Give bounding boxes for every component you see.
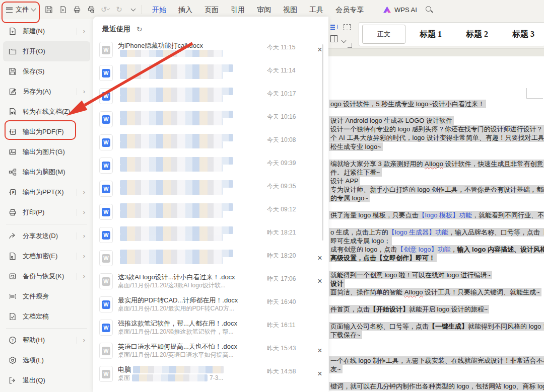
blurred-text [120, 234, 223, 241]
menu-item-help[interactable]: ? 帮助(H) › [3, 330, 90, 350]
style-item[interactable]: 正文 [362, 25, 405, 44]
redo-icon[interactable]: ↻ [115, 6, 123, 14]
word-file-icon: W [99, 320, 113, 336]
recent-file-row[interactable]: W 这3款AI logo设计...计小白看过来！.docx 桌面/11月份/11… [93, 271, 328, 294]
recent-file-row[interactable]: W 今天 10:17 × [93, 86, 328, 109]
menu-item-finalize[interactable]: 文档定稿 [3, 306, 90, 327]
ribbon-bottom-band [328, 48, 544, 57]
help-icon: ? [8, 336, 17, 345]
file-name: 英语口语水平如何提高...天也不怕！.docx [118, 342, 267, 351]
menu-item-print[interactable]: 打印(P) › [3, 202, 90, 222]
menu-item-export-mindmap[interactable]: 输出为脑图(M) [3, 162, 90, 182]
word-file-icon: W [99, 366, 113, 382]
recent-file-row[interactable]: W 今天 10:08 × [93, 132, 328, 155]
file-name [118, 180, 267, 188]
remove-recent-icon[interactable]: × [311, 369, 328, 378]
recent-file-row[interactable]: W 今天 09:35 × [93, 178, 328, 201]
doc-text-line: 设计 APP [329, 177, 360, 185]
print-preview-icon[interactable] [87, 6, 95, 14]
file-path [118, 257, 267, 264]
file-slim-icon [8, 292, 17, 301]
menu-item-export-image[interactable]: 输出为图片(G) [3, 142, 90, 162]
menu-item-new[interactable]: 新建(N) › [3, 21, 90, 41]
recent-file-row[interactable]: W 昨天 18:20 × [93, 248, 328, 271]
recent-file-row[interactable]: W 今天 11:14 × [93, 62, 328, 86]
file-path: 桌面/11月份/11.20/这3款AI logo设计软... [118, 281, 267, 289]
remove-recent-icon[interactable]: × [311, 45, 328, 54]
document-canvas[interactable]: ogo 设计软件，5 秒生成专业 logo~设计小白看过来！设计 Android… [328, 56, 544, 392]
style-item[interactable]: 标题 2 [454, 29, 500, 40]
menu-item-open[interactable]: 打开(O) [3, 41, 90, 61]
file-menu-panel: 新建(N) › 打开(O) 保存(S) 另存为(A) › 转为在线文档(Z) P… [0, 19, 93, 392]
file-path [118, 211, 267, 218]
word-file-icon: W [99, 343, 113, 359]
word-file-icon: W [99, 111, 113, 127]
doc-text-line: 件。赶紧往下看~ [329, 169, 382, 177]
dialog-launcher-icon[interactable] [348, 43, 352, 48]
blurred-text [120, 88, 233, 95]
sort-icon[interactable] [330, 24, 337, 30]
file-name [118, 203, 267, 211]
style-item[interactable]: 标题 1 [407, 29, 454, 40]
remove-recent-icon[interactable]: × [311, 277, 328, 286]
ribbon-tab[interactable]: 会员专享 [329, 0, 370, 19]
doc-text-line: 个 AI 工具大放异彩的时代，logo 设计变得非常简单、有趣！只要找对工具，就 [329, 134, 544, 142]
recent-file-row[interactable]: W 今天 09:12 × [93, 201, 328, 224]
word-file-icon: W [99, 42, 113, 58]
menu-item-exit[interactable]: 退出(Q) [3, 370, 90, 390]
borders-icon[interactable] [330, 35, 337, 42]
recent-file-row[interactable]: W 今天 10:16 × [93, 109, 328, 132]
print-icon[interactable] [73, 6, 81, 14]
remove-recent-icon[interactable]: × [311, 346, 328, 355]
recent-file-row[interactable]: W 最实用的PDF转CAD...计师都在用！.docx 桌面/11月份/11.2… [93, 294, 328, 317]
borders-dropdown-icon[interactable] [342, 38, 347, 43]
menu-item-convert-online[interactable]: 转为在线文档(Z) [3, 102, 90, 122]
toolbar-more-icon[interactable] [129, 6, 138, 14]
text-select-icon[interactable] [344, 24, 351, 30]
submenu-arrow-icon: › [77, 273, 85, 280]
doc-text-line: 件首页，点击【开始设计】就能开启 logo 设计的旅程~ [329, 305, 489, 313]
save-icon[interactable] [44, 6, 53, 14]
doc-text-line: 就能得到一个创意 logo 啦！可以在线对 logo 进行编辑~ [329, 271, 492, 279]
file-timestamp: 今天 09:35 [267, 182, 311, 191]
ribbon-right: 正文 标题 1 标题 2 标题 3 标题 4 [328, 19, 544, 48]
menu-item-encrypt[interactable]: 文档加密(E) › [3, 246, 90, 266]
menu-item-options[interactable]: 选项(L) [3, 350, 90, 370]
wps-ai-button[interactable]: WPS AI [383, 6, 417, 14]
recent-file-row[interactable]: W 为iPhone隐藏功能打call.docx 今天 11:15 × [93, 39, 328, 62]
recent-file-row[interactable]: W 今天 09:39 × [93, 155, 328, 178]
menu-item-save-as[interactable]: 另存为(A) › [3, 82, 90, 102]
blurred-text [120, 250, 233, 257]
recent-file-row[interactable]: W 电脑 桌面7-3... 昨天 14:58 × [93, 363, 328, 386]
recent-file-row[interactable]: W 强推这款笔记软件，帮...人都在用！.docx 桌面/11月份/11.20/… [93, 317, 328, 340]
menu-item-export-ppt[interactable]: P 输出为PPT(X) › [3, 182, 90, 202]
style-item[interactable]: 标题 3 [500, 29, 544, 40]
recent-file-row[interactable]: W 英语口语水平如何提高...天也不怕！.docx 桌面/11月份/11.20/… [93, 340, 328, 363]
list-scrollbar[interactable] [322, 44, 323, 241]
file-name: 电脑 [118, 365, 267, 374]
recent-file-list: W 为iPhone隐藏功能打call.docx 今天 11:15 × W 今天 … [93, 39, 328, 386]
refresh-icon[interactable]: ↻ [137, 25, 143, 33]
recent-files-panel: 最近使用 ↻ W 为iPhone隐藏功能打call.docx 今天 11:15 … [93, 17, 328, 392]
menu-item-save[interactable]: 保存(S) [3, 61, 90, 82]
menu-item-backup[interactable]: 备份与恢复(K) › [3, 266, 90, 286]
submenu-arrow-icon: › [77, 189, 85, 196]
submenu-arrow-icon: › [77, 253, 85, 260]
doc-text-line: 一个在线 logo 制作工具，无需下载安装、在线就能完成设计！非常适合不喜欢下 [329, 357, 544, 365]
remove-recent-icon[interactable]: × [311, 254, 328, 263]
menu-item-file-slim[interactable]: 文件瘦身 [3, 286, 90, 306]
blurred-text [120, 180, 233, 188]
doc-text-line: 设计 [329, 280, 345, 288]
file-timestamp: 今天 10:16 [267, 113, 311, 121]
menu-divider [6, 224, 87, 224]
search-icon[interactable] [425, 6, 433, 14]
doc-text-line: 成有创意的 logo，点击【创意 logo】功能，输入 logo 内容描述、设计… [329, 246, 544, 254]
menu-item-share[interactable]: 分享发送(D) › [3, 226, 90, 246]
doc-text-line: ogo 设计软件，5 秒生成专业 logo~设计小白看过来！ [329, 100, 486, 108]
svg-text:P: P [12, 130, 15, 134]
export-icon[interactable] [58, 6, 67, 14]
recent-file-row[interactable]: W 昨天 18:21 × [93, 224, 328, 248]
file-menu-button[interactable]: 文件 [6, 5, 35, 14]
undo-icon[interactable]: ↺ [101, 6, 109, 14]
menu-item-export-pdf[interactable]: P 输出为PDF(F) [3, 122, 90, 142]
